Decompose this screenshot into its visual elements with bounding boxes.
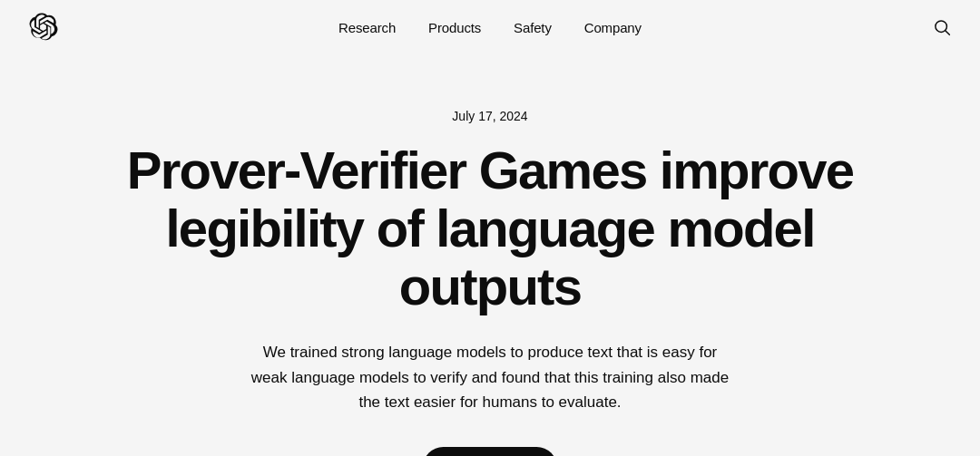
- nav-link-products[interactable]: Products: [428, 20, 481, 35]
- article-description: We trained strong language models to pro…: [245, 340, 735, 414]
- openai-logo-icon: [29, 13, 58, 42]
- search-icon: [933, 18, 951, 36]
- nav-links: Research Products Safety Company: [338, 20, 642, 35]
- hero-section: July 17, 2024 Prover-Verifier Games impr…: [0, 54, 980, 456]
- search-button[interactable]: [933, 18, 951, 36]
- svg-line-1: [946, 31, 950, 35]
- read-paper-button[interactable]: Read paper ↗: [423, 447, 558, 456]
- nav-link-safety[interactable]: Safety: [514, 20, 552, 35]
- article-date: July 17, 2024: [452, 109, 527, 123]
- navbar: Research Products Safety Company: [0, 0, 980, 54]
- article-title: Prover-Verifier Games improve legibility…: [118, 141, 862, 315]
- logo[interactable]: [29, 13, 58, 42]
- nav-link-company[interactable]: Company: [584, 20, 642, 35]
- nav-link-research[interactable]: Research: [338, 20, 396, 35]
